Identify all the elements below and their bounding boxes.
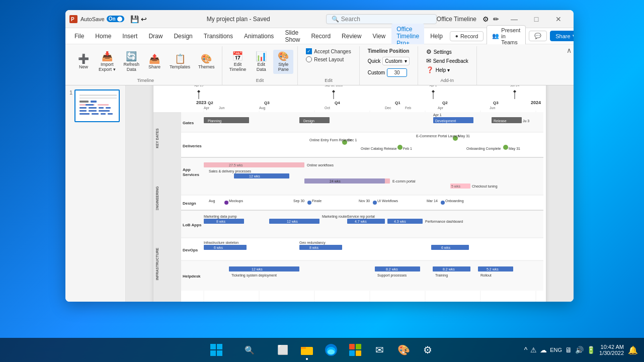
svg-rect-106: [181, 195, 543, 210]
menu-help[interactable]: Help: [425, 31, 448, 42]
svg-rect-17: [79, 113, 90, 115]
svg-point-117: [441, 201, 445, 205]
menu-design[interactable]: Design: [169, 31, 197, 42]
timeline-position-header: Timeline Position: [368, 48, 410, 54]
ribbon-templates-button[interactable]: 📋 Templates: [167, 52, 193, 71]
maximize-button[interactable]: □: [525, 10, 547, 28]
accept-changes-checkbox[interactable]: ✓: [306, 48, 312, 54]
undo-icon[interactable]: ↩: [141, 15, 147, 23]
present-teams-label: Present in Teams: [501, 27, 520, 45]
gear-icon: ⚙: [426, 48, 432, 55]
menu-home[interactable]: Home: [90, 31, 116, 42]
svg-rect-9: [98, 104, 109, 106]
record-icon: ●: [455, 33, 458, 39]
menu-draw[interactable]: Draw: [143, 31, 168, 42]
clock-display[interactable]: 10:42 AM 1/30/2022: [599, 344, 624, 356]
tray-volume-icon[interactable]: 🔊: [575, 346, 584, 354]
svg-text:Apr: Apr: [204, 106, 210, 110]
svg-text:4.3 wks: 4.3 wks: [394, 220, 406, 223]
reset-layout-checkbox[interactable]: [306, 56, 312, 62]
help-row[interactable]: ❓ Help ▾: [426, 66, 468, 73]
svg-rect-15: [89, 110, 97, 112]
slide-image[interactable]: [74, 89, 120, 122]
ribbon-edit-timeline-button[interactable]: 📅 EditTimeline: [226, 50, 250, 74]
comment-button[interactable]: 💬: [529, 31, 547, 41]
menu-transitions[interactable]: Transitions: [199, 31, 238, 42]
start-button[interactable]: [205, 339, 227, 361]
reset-layout-row[interactable]: Reset Layout: [306, 56, 351, 62]
svg-text:12 wks: 12 wks: [249, 174, 260, 178]
svg-text:Nov 30: Nov 30: [359, 199, 370, 203]
tray-cloud-icon[interactable]: ☁: [540, 346, 547, 354]
svg-rect-173: [301, 349, 313, 355]
svg-text:2024: 2024: [531, 100, 541, 105]
ribbon-collapse-icon[interactable]: ∧: [567, 46, 572, 54]
close-button[interactable]: ✕: [547, 10, 570, 28]
teams-icon: 👥: [492, 33, 499, 39]
taskbar-taskview-button[interactable]: ⬜: [272, 339, 294, 361]
custom-value-input[interactable]: [387, 68, 407, 77]
save-icon[interactable]: 💾: [130, 15, 139, 23]
ribbon-style-pane-button[interactable]: 🎨 StylePane: [273, 50, 293, 74]
taskbar-app2-button[interactable]: 🎨: [392, 339, 415, 361]
ribbon-share-button[interactable]: 📤 Share: [144, 52, 165, 71]
taskbar-settings-button[interactable]: ⚙: [417, 339, 439, 361]
send-feedback-row[interactable]: ✉ Send Feedback: [426, 57, 468, 64]
ribbon-new-button[interactable]: ➕ New: [73, 52, 94, 71]
taskbar-store-button[interactable]: [344, 339, 366, 361]
svg-rect-139: [204, 245, 247, 250]
tray-monitor-icon[interactable]: 🖥: [565, 346, 572, 354]
menu-view[interactable]: View: [367, 31, 390, 42]
svg-rect-97: [234, 173, 289, 178]
ribbon-refresh-button[interactable]: 🔄 RefreshData: [121, 50, 143, 74]
record-button[interactable]: ● Record: [450, 31, 484, 41]
menu-slideshow[interactable]: Slide Show: [280, 27, 305, 45]
settings-icon[interactable]: ⚙: [482, 15, 489, 23]
taskbar-explorer-button[interactable]: [296, 339, 318, 361]
menu-review[interactable]: Review: [337, 31, 366, 42]
office-timeline-label: Office Timeline: [437, 16, 476, 23]
search-input[interactable]: [341, 16, 422, 23]
svg-text:Order Catalog Release: Order Catalog Release: [361, 147, 397, 151]
ribbon-import-button[interactable]: 📥 ImportExport ▾: [96, 50, 119, 74]
svg-text:P: P: [71, 17, 74, 22]
svg-point-108: [224, 201, 228, 205]
taskbar-edge-button[interactable]: [320, 339, 342, 361]
autosave-toggle[interactable]: On: [107, 16, 124, 22]
svg-text:6 wks: 6 wks: [214, 246, 223, 249]
notification-icon[interactable]: 🔔: [628, 345, 638, 355]
settings-row[interactable]: ⚙ Settings: [426, 48, 468, 55]
menu-animations[interactable]: Animations: [239, 31, 279, 42]
svg-text:Service rep portal: Service rep portal: [347, 215, 375, 219]
share-button[interactable]: Share ▾: [550, 31, 574, 41]
accept-changes-row[interactable]: ✓ Accept Changes: [306, 48, 351, 54]
search-box[interactable]: 🔍: [326, 14, 437, 24]
menu-insert[interactable]: Insert: [117, 31, 142, 42]
taskbar-search-icon: 🔍: [245, 345, 255, 355]
refresh-label: RefreshData: [124, 62, 140, 72]
svg-text:12 wks: 12 wks: [287, 220, 298, 223]
svg-rect-4: [79, 98, 117, 99]
svg-text:Apr 1: Apr 1: [433, 113, 442, 117]
svg-text:Ju 3: Ju 3: [523, 119, 529, 123]
taskbar-search-button[interactable]: 🔍: [229, 339, 270, 361]
menu-file[interactable]: File: [69, 31, 89, 42]
svg-marker-31: [432, 90, 435, 93]
tray-chevron-icon[interactable]: ^: [524, 346, 528, 354]
tray-battery-icon[interactable]: 🔋: [587, 346, 595, 354]
svg-text:5.2 wks: 5.2 wks: [487, 267, 499, 271]
quick-select[interactable]: Custom ▾: [382, 57, 409, 65]
svg-rect-169: [210, 350, 216, 356]
svg-text:Sales & delivery processes: Sales & delivery processes: [209, 169, 252, 173]
pen-icon[interactable]: ✏: [493, 15, 499, 23]
menu-record[interactable]: Record: [306, 31, 336, 42]
clock-date: 1/30/2022: [599, 350, 624, 356]
present-teams-button[interactable]: 👥 Present in Teams: [487, 25, 526, 47]
language-indicator[interactable]: ENG: [550, 347, 562, 353]
ribbon-themes-button[interactable]: 🎨 Themes: [195, 52, 218, 71]
app-icon: P: [69, 15, 77, 23]
edge-icon: [324, 343, 338, 357]
ribbon-edit-data-button[interactable]: 📊 EditData: [251, 50, 271, 74]
taskbar-mail-button[interactable]: ✉: [368, 339, 390, 361]
tray-warning-icon[interactable]: ⚠: [530, 346, 537, 354]
